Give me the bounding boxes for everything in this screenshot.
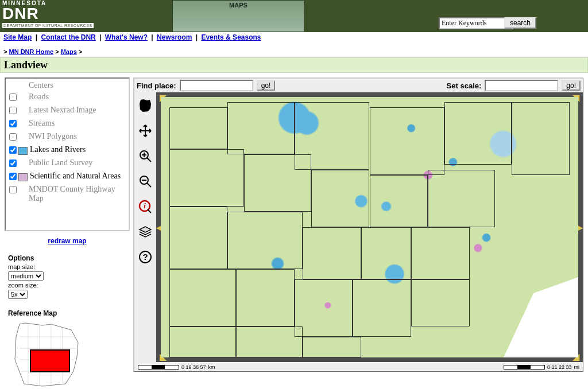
map-image[interactable] [161,97,578,357]
logo-agency-full: DEPARTMENT OF NATURAL RESOURCES [2,23,94,28]
refmap-heading: Reference Map [8,309,130,317]
breadcrumb: > MN DNR Home > Maps > [0,42,588,57]
nav-newsroom[interactable]: Newsroom [157,33,192,41]
mn-extent-icon[interactable] [138,98,153,113]
layer-label: MNDOT County Highway Map [29,185,125,203]
options-panel: Options map size: medium zoom size: 5x [5,254,130,299]
layer-swatch [18,173,28,181]
layer-checkbox[interactable] [9,146,17,154]
scale-mi: 0 11 22 33 mi [504,364,579,370]
page-title: Landview [0,57,588,73]
layer-checkbox[interactable] [9,133,17,141]
nav-sitemap[interactable]: Site Map [3,33,32,41]
layer-checkbox[interactable] [9,120,17,127]
tool-palette: i ? [134,92,156,362]
mapsize-label: map size: [8,263,126,270]
reference-map[interactable] [8,320,83,388]
map-body: i ? ◤ ◥ ◣ ◢ ◀ ▶ [134,92,583,362]
layer-list[interactable]: Centers Roads Latest Nexrad Image Stream… [5,77,130,231]
scale-km-ticks: 0 19 38 57 [181,364,206,370]
find-bar: Find place: go! Set scale: go! [134,79,583,92]
set-scale-input[interactable] [485,80,558,91]
layer-label: Streams [29,119,55,128]
set-scale-go-button[interactable]: go! [562,80,581,91]
zoom-out-icon[interactable] [138,174,153,189]
search-input[interactable] [439,17,513,29]
search-box [439,17,513,29]
find-place-label: Find place: [137,81,176,90]
pan-icon[interactable] [138,123,153,138]
svg-text:?: ? [142,252,148,262]
crumb-maps[interactable]: Maps [61,48,77,55]
layer-label: Roads [29,92,49,102]
map-column: Find place: go! Set scale: go! i ? ◤ ◥ ◣ [133,77,583,372]
layer-swatch [18,147,28,155]
redraw-map-link[interactable]: redraw map [48,237,86,245]
banner-image: MAPS [172,0,304,32]
refmap-extent-box [30,349,70,372]
zoomsize-label: zoom size: [8,282,126,289]
find-place-go-button[interactable]: go! [257,80,276,91]
help-icon[interactable]: ? [138,250,153,264]
layer-label: NWI Polygons [29,132,77,141]
scale-mi-unit: mi [574,364,580,370]
zoomsize-select[interactable]: 5x [8,290,28,299]
layer-checkbox[interactable] [9,186,17,193]
layer-row: MNDOT County Highway Map [6,184,129,204]
layer-row: Lakes and Rivers [6,144,129,157]
layer-label: Latest Nexrad Image [29,106,96,115]
search-button[interactable]: search [504,17,536,29]
scalebar-km-icon [138,365,179,369]
main-content: Centers Roads Latest Nexrad Image Stream… [0,73,588,389]
scale-bars: 0 19 38 57 km 0 11 22 33 mi [134,362,583,371]
crumb-home[interactable]: MN DNR Home [9,48,53,55]
options-heading: Options [8,254,126,262]
layers-icon[interactable] [138,224,153,239]
layer-row: Scientific and Natural Areas [6,170,129,184]
logo-agency: DNR [2,6,94,21]
nav-contact[interactable]: Contact the DNR [41,33,95,41]
nav-whatsnew[interactable]: What's New? [105,33,148,41]
left-panel: Centers Roads Latest Nexrad Image Stream… [5,77,130,388]
layer-row: Public Land Survey [6,157,129,170]
zoom-in-icon[interactable] [138,149,153,164]
layer-row: Centers [6,80,129,91]
layer-row: Roads [6,91,129,104]
site-header: MINNESOTA DNR DEPARTMENT OF NATURAL RESO… [0,0,588,32]
identify-icon[interactable]: i [138,199,153,214]
layer-checkbox[interactable] [9,107,17,114]
layer-label: Lakes and Rivers [30,145,86,154]
layer-checkbox[interactable] [9,160,17,167]
redraw-link-wrap: redraw map [5,231,130,254]
county-lines [161,97,578,357]
layer-row: Latest Nexrad Image [6,104,129,118]
scale-km: 0 19 38 57 km [138,364,215,370]
map-frame: ◤ ◥ ◣ ◢ ◀ ▶ [156,92,583,362]
svg-text:i: i [144,201,146,210]
layer-label: Public Land Survey [29,158,92,168]
layer-checkbox[interactable] [9,94,17,101]
logo: MINNESOTA DNR DEPARTMENT OF NATURAL RESO… [2,0,94,29]
scale-mi-ticks: 0 11 22 33 [547,364,572,370]
mapsize-select[interactable]: medium [8,271,44,281]
scalebar-mi-icon [504,365,545,369]
layer-checkbox[interactable] [9,173,17,180]
layer-row: Streams [6,118,129,131]
top-nav: Site Map | Contact the DNR | What's New?… [0,32,588,42]
nav-events[interactable]: Events & Seasons [201,33,261,41]
set-scale-label: Set scale: [447,81,482,90]
scale-km-unit: km [208,364,215,370]
layer-row: NWI Polygons [6,131,129,144]
layer-label: Centers [18,81,53,90]
find-place-input[interactable] [180,80,253,91]
layer-label: Scientific and Natural Areas [30,172,121,181]
